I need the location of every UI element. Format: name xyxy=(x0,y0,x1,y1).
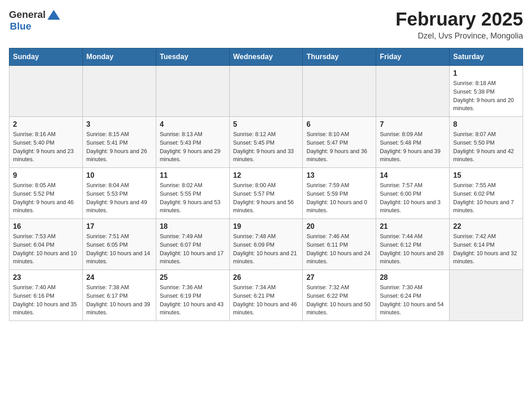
day-info: Sunrise: 7:55 AMSunset: 6:02 PMDaylight:… xyxy=(453,181,519,215)
calendar-cell: 22Sunrise: 7:42 AMSunset: 6:14 PMDayligh… xyxy=(450,219,523,270)
calendar-cell: 18Sunrise: 7:49 AMSunset: 6:07 PMDayligh… xyxy=(156,219,229,270)
day-number: 1 xyxy=(453,69,519,77)
day-number: 25 xyxy=(160,274,226,282)
day-number: 18 xyxy=(160,223,226,231)
calendar-cell: 3Sunrise: 8:15 AMSunset: 5:41 PMDaylight… xyxy=(82,117,156,168)
day-number: 16 xyxy=(13,223,79,231)
day-info: Sunrise: 7:51 AMSunset: 6:05 PMDaylight:… xyxy=(86,232,152,266)
day-info: Sunrise: 7:30 AMSunset: 6:24 PMDaylight:… xyxy=(380,283,446,317)
weekday-header-sunday: Sunday xyxy=(9,48,83,66)
calendar-cell xyxy=(376,66,450,117)
day-number: 7 xyxy=(380,120,446,128)
weekday-header-monday: Monday xyxy=(82,48,156,66)
calendar-cell: 9Sunrise: 8:05 AMSunset: 5:52 PMDaylight… xyxy=(9,168,83,219)
day-info: Sunrise: 8:05 AMSunset: 5:52 PMDaylight:… xyxy=(13,181,79,215)
day-number: 6 xyxy=(306,120,372,128)
calendar-body: 1Sunrise: 8:18 AMSunset: 5:38 PMDaylight… xyxy=(9,66,523,321)
day-info: Sunrise: 7:48 AMSunset: 6:09 PMDaylight:… xyxy=(233,232,299,266)
calendar-cell: 2Sunrise: 8:16 AMSunset: 5:40 PMDaylight… xyxy=(9,117,83,168)
weekday-header-row: SundayMondayTuesdayWednesdayThursdayFrid… xyxy=(9,48,523,66)
day-number: 11 xyxy=(160,171,226,180)
day-info: Sunrise: 7:42 AMSunset: 6:14 PMDaylight:… xyxy=(453,232,519,266)
day-number: 2 xyxy=(13,120,79,128)
calendar-cell: 12Sunrise: 8:00 AMSunset: 5:57 PMDayligh… xyxy=(229,168,303,219)
page-title: February 2025 xyxy=(395,9,523,30)
day-number: 12 xyxy=(233,171,299,180)
day-number: 22 xyxy=(453,223,519,231)
calendar-cell: 5Sunrise: 8:12 AMSunset: 5:45 PMDaylight… xyxy=(229,117,303,168)
calendar-cell: 26Sunrise: 7:34 AMSunset: 6:21 PMDayligh… xyxy=(229,270,303,321)
day-info: Sunrise: 8:18 AMSunset: 5:38 PMDaylight:… xyxy=(453,79,519,113)
day-number: 19 xyxy=(233,223,299,231)
calendar-cell: 23Sunrise: 7:40 AMSunset: 6:16 PMDayligh… xyxy=(9,270,83,321)
day-info: Sunrise: 7:38 AMSunset: 6:17 PMDaylight:… xyxy=(86,283,152,317)
calendar-cell: 6Sunrise: 8:10 AMSunset: 5:47 PMDaylight… xyxy=(303,117,376,168)
calendar-cell: 13Sunrise: 7:59 AMSunset: 5:59 PMDayligh… xyxy=(303,168,376,219)
day-number: 21 xyxy=(380,223,446,231)
day-number: 4 xyxy=(160,120,226,128)
calendar-cell: 8Sunrise: 8:07 AMSunset: 5:50 PMDaylight… xyxy=(450,117,523,168)
calendar-cell: 25Sunrise: 7:36 AMSunset: 6:19 PMDayligh… xyxy=(156,270,229,321)
day-number: 23 xyxy=(13,274,79,282)
calendar-cell: 21Sunrise: 7:44 AMSunset: 6:12 PMDayligh… xyxy=(376,219,450,270)
logo-blue-text: Blue xyxy=(10,21,31,32)
day-info: Sunrise: 7:36 AMSunset: 6:19 PMDaylight:… xyxy=(160,283,226,317)
day-info: Sunrise: 8:12 AMSunset: 5:45 PMDaylight:… xyxy=(233,130,299,164)
calendar-cell: 11Sunrise: 8:02 AMSunset: 5:55 PMDayligh… xyxy=(156,168,229,219)
calendar-cell xyxy=(303,66,376,117)
day-number: 10 xyxy=(86,171,152,180)
calendar-cell: 16Sunrise: 7:53 AMSunset: 6:04 PMDayligh… xyxy=(9,219,83,270)
day-info: Sunrise: 7:40 AMSunset: 6:16 PMDaylight:… xyxy=(13,283,79,317)
day-number: 14 xyxy=(380,171,446,180)
day-number: 28 xyxy=(380,274,446,282)
day-info: Sunrise: 7:32 AMSunset: 6:22 PMDaylight:… xyxy=(306,283,372,317)
day-info: Sunrise: 8:10 AMSunset: 5:47 PMDaylight:… xyxy=(306,130,372,164)
day-info: Sunrise: 7:34 AMSunset: 6:21 PMDaylight:… xyxy=(233,283,299,317)
day-number: 3 xyxy=(86,120,152,128)
day-number: 5 xyxy=(233,120,299,128)
svg-marker-0 xyxy=(47,10,60,20)
day-number: 20 xyxy=(306,223,372,231)
calendar-cell xyxy=(9,66,83,117)
calendar-table: SundayMondayTuesdayWednesdayThursdayFrid… xyxy=(9,48,523,321)
day-info: Sunrise: 7:53 AMSunset: 6:04 PMDaylight:… xyxy=(13,232,79,266)
calendar-cell: 10Sunrise: 8:04 AMSunset: 5:53 PMDayligh… xyxy=(82,168,156,219)
day-info: Sunrise: 8:09 AMSunset: 5:48 PMDaylight:… xyxy=(380,130,446,164)
weekday-header-wednesday: Wednesday xyxy=(229,48,303,66)
day-info: Sunrise: 7:59 AMSunset: 5:59 PMDaylight:… xyxy=(306,181,372,215)
weekday-header-thursday: Thursday xyxy=(303,48,376,66)
calendar-cell: 27Sunrise: 7:32 AMSunset: 6:22 PMDayligh… xyxy=(303,270,376,321)
calendar-week-4: 16Sunrise: 7:53 AMSunset: 6:04 PMDayligh… xyxy=(9,219,523,270)
calendar-week-5: 23Sunrise: 7:40 AMSunset: 6:16 PMDayligh… xyxy=(9,270,523,321)
day-number: 27 xyxy=(306,274,372,282)
calendar-week-1: 1Sunrise: 8:18 AMSunset: 5:38 PMDaylight… xyxy=(9,66,523,117)
calendar-cell: 19Sunrise: 7:48 AMSunset: 6:09 PMDayligh… xyxy=(229,219,303,270)
day-info: Sunrise: 8:07 AMSunset: 5:50 PMDaylight:… xyxy=(453,130,519,164)
day-info: Sunrise: 8:02 AMSunset: 5:55 PMDaylight:… xyxy=(160,181,226,215)
calendar-cell: 24Sunrise: 7:38 AMSunset: 6:17 PMDayligh… xyxy=(82,270,156,321)
logo: General Blue xyxy=(9,9,61,32)
calendar-cell: 17Sunrise: 7:51 AMSunset: 6:05 PMDayligh… xyxy=(82,219,156,270)
day-info: Sunrise: 7:49 AMSunset: 6:07 PMDaylight:… xyxy=(160,232,226,266)
title-block: February 2025 Dzel, Uvs Province, Mongol… xyxy=(395,9,523,41)
day-number: 13 xyxy=(306,171,372,180)
calendar-cell xyxy=(229,66,303,117)
logo-triangle-icon xyxy=(47,9,61,21)
day-info: Sunrise: 8:13 AMSunset: 5:43 PMDaylight:… xyxy=(160,130,226,164)
logo-general-text: General xyxy=(9,9,46,21)
day-info: Sunrise: 8:00 AMSunset: 5:57 PMDaylight:… xyxy=(233,181,299,215)
day-number: 15 xyxy=(453,171,519,180)
calendar-cell: 20Sunrise: 7:46 AMSunset: 6:11 PMDayligh… xyxy=(303,219,376,270)
day-info: Sunrise: 7:44 AMSunset: 6:12 PMDaylight:… xyxy=(380,232,446,266)
day-info: Sunrise: 8:16 AMSunset: 5:40 PMDaylight:… xyxy=(13,130,79,164)
calendar-cell: 1Sunrise: 8:18 AMSunset: 5:38 PMDaylight… xyxy=(450,66,523,117)
weekday-header-tuesday: Tuesday xyxy=(156,48,229,66)
weekday-header-saturday: Saturday xyxy=(450,48,523,66)
calendar-week-3: 9Sunrise: 8:05 AMSunset: 5:52 PMDaylight… xyxy=(9,168,523,219)
calendar-cell xyxy=(82,66,156,117)
calendar-cell: 4Sunrise: 8:13 AMSunset: 5:43 PMDaylight… xyxy=(156,117,229,168)
day-number: 9 xyxy=(13,171,79,180)
calendar-cell xyxy=(450,270,523,321)
day-info: Sunrise: 8:15 AMSunset: 5:41 PMDaylight:… xyxy=(86,130,152,164)
calendar-cell: 28Sunrise: 7:30 AMSunset: 6:24 PMDayligh… xyxy=(376,270,450,321)
